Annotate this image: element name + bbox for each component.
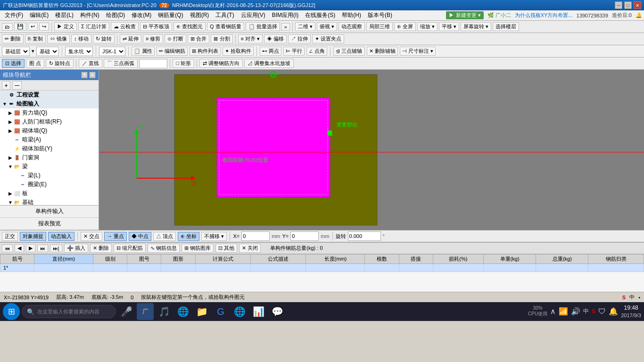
sidebar-item-foundation-group[interactable]: ▼ 📂 基础 <box>0 198 99 205</box>
sidebar-item-masonry-wall[interactable]: ▶ 🧱 砌体墙(Q) <box>0 126 99 135</box>
layer-sub-select[interactable]: 基础 <box>36 47 59 56</box>
prev-btn[interactable]: ◀ <box>15 244 24 252</box>
steel-table-wrap[interactable]: 筋号 直径(mm) 级别 图号 图形 计算公式 公式描述 长度(mm) 根数 搭… <box>0 254 644 292</box>
stretch-btn[interactable]: ↗ 拉伸 <box>288 34 311 43</box>
expand-hidden-beam[interactable] <box>8 137 13 143</box>
cell-total-wt[interactable] <box>536 264 588 272</box>
draw-input[interactable] <box>139 59 167 68</box>
component-type-select[interactable]: 集水坑 <box>65 47 93 56</box>
expand-beam-l[interactable] <box>13 173 19 179</box>
menu-component[interactable]: 构件(N) <box>77 10 102 20</box>
menu-edit[interactable]: 编辑(E) <box>27 10 51 20</box>
network-icon[interactable]: 📶 <box>559 307 568 316</box>
rect-tool-btn[interactable]: □ 矩形 <box>173 59 194 68</box>
expand-beam[interactable]: ▼ <box>8 164 13 170</box>
split-btn[interactable]: ⊠ 分割 <box>211 34 232 43</box>
taskbar-app-wechat[interactable]: 💬 <box>269 303 286 320</box>
menu-file[interactable]: 文件(F) <box>2 10 26 20</box>
rotate-point-btn[interactable]: ↻ 旋转点 <box>46 59 74 68</box>
single-component-btn[interactable]: 单构件输入 <box>0 206 99 218</box>
taskbar-app-cortana[interactable]: 🎤 <box>118 303 135 320</box>
2d-view-btn[interactable]: 二维 ▾ <box>295 22 315 31</box>
ime-icon[interactable]: 中 <box>583 307 589 315</box>
sogo-taskbar-icon[interactable]: S <box>592 308 595 315</box>
menu-cloud[interactable]: 云应用(V) <box>238 10 268 20</box>
last-btn[interactable]: ⏭ <box>37 245 48 252</box>
cell-diameter[interactable] <box>34 264 93 272</box>
why-label[interactable]: 为什么筏板XY方向布置... <box>515 12 573 19</box>
arc-tool-btn[interactable]: ⌒ 三点画弧 <box>104 59 138 68</box>
move-btn[interactable]: ↕ 移动 <box>71 34 91 43</box>
break-btn[interactable]: ⊙ 打断 <box>165 34 186 43</box>
volume-icon[interactable]: 🔊 <box>571 307 580 316</box>
menu-draw[interactable]: 绘图(D) <box>103 10 128 20</box>
two-point-btn[interactable]: ⊷ 两点 <box>260 47 281 56</box>
menu-tools[interactable]: 工具(T) <box>213 10 237 20</box>
taskbar-app-folder[interactable]: 📁 <box>193 303 210 320</box>
del-axis-btn[interactable]: ✕ 删除辅轴 <box>367 47 398 56</box>
orbit-btn[interactable]: 动态观察 <box>339 22 365 31</box>
sidebar-close-btn[interactable]: ✕ <box>89 72 96 78</box>
menu-version[interactable]: 版本号(B) <box>365 10 395 20</box>
comp-list-btn[interactable]: ⊞ 构件列表 <box>190 47 221 56</box>
menu-online[interactable]: 在线服务(S) <box>302 10 338 20</box>
grip-btn[interactable]: ✦ 设置夹点 <box>312 34 344 43</box>
cell-fig-no[interactable] <box>127 264 161 272</box>
trim-btn[interactable]: ≡ 修剪 <box>143 34 163 43</box>
sidebar-item-drawing[interactable]: ▼ ✏ 绘图输入 <box>0 99 99 108</box>
cell-unit-wt[interactable] <box>484 264 536 272</box>
save-btn[interactable]: 💾 <box>14 23 26 31</box>
dynamic-input-btn[interactable]: 动态输入 <box>48 232 74 241</box>
batch-select-btn[interactable]: 📋 批量选择 <box>246 22 280 31</box>
start-button[interactable]: ⊞ <box>3 303 20 320</box>
angle-btn[interactable]: ∠ 点角 <box>306 47 327 56</box>
new-change-btn[interactable]: ▶ 新建变更 ▾ <box>446 11 483 19</box>
taskbar-app-360[interactable]: 🌐 <box>231 303 248 320</box>
adjust-slope-btn[interactable]: ⊿ 调整集水坑放坡 <box>244 59 294 68</box>
expand-door[interactable]: ▶ <box>8 155 13 161</box>
sidebar-item-door-window[interactable]: ▶ 🚪 门窗洞 <box>0 153 99 162</box>
expand-masonry[interactable]: ▶ <box>8 128 13 134</box>
cell-count[interactable] <box>365 264 399 272</box>
select-floor-btn[interactable]: 选择楼层 <box>493 22 519 31</box>
notification-icon[interactable]: 🔔 <box>609 307 618 316</box>
undo-btn[interactable]: ↩ <box>28 23 38 31</box>
sidebar-float-btn[interactable]: 🖈 <box>81 72 88 78</box>
snap-midpoint-btn[interactable]: ◆ 中点 <box>129 232 151 241</box>
cell-shape[interactable] <box>161 264 195 272</box>
menu-help[interactable]: 帮助(H) <box>339 10 364 20</box>
menu-modify[interactable]: 修改(M) <box>129 10 154 20</box>
report-preview-btn[interactable]: 报表预览 <box>0 218 99 230</box>
menu-qty[interactable]: 钢筋量(Q) <box>155 10 186 20</box>
close-button[interactable]: ✕ <box>634 1 641 9</box>
expand-foundation[interactable]: ▼ <box>8 200 13 206</box>
sidebar-add-btn[interactable]: + <box>2 81 10 90</box>
del-row-btn[interactable]: ✕ 删除 <box>90 244 112 253</box>
taskbar-app-ie[interactable]: 🌐 <box>174 303 191 320</box>
prop-btn[interactable]: 📋 属性 <box>132 47 155 56</box>
open-file-btn[interactable]: 🗁 <box>2 23 13 31</box>
close-table-btn[interactable]: ✕ 关闭 <box>239 244 261 253</box>
find-element-btn[interactable]: ⊕ 查找图元 <box>173 22 206 31</box>
expand-ring-beam[interactable] <box>13 182 19 188</box>
cell-formula[interactable] <box>195 264 250 272</box>
offset-btn[interactable]: ◈ 偏移 <box>264 34 287 43</box>
expand-drawing[interactable]: ▼ <box>2 101 8 107</box>
cell-rebar-no[interactable]: 1* <box>0 264 34 272</box>
minimize-button[interactable]: ─ <box>615 1 622 9</box>
sidebar-item-slab[interactable]: ▶ ⬜ 板 <box>0 189 99 198</box>
fullscreen-btn[interactable]: ⊕ 全屏 <box>394 22 416 31</box>
expand-shear[interactable]: ▶ <box>8 110 13 116</box>
x-coord-input[interactable] <box>241 231 270 241</box>
clock[interactable]: 19:48 2017/9/3 <box>621 304 641 319</box>
antivirus-icon[interactable]: 🛡 <box>598 307 606 316</box>
taskbar-app-unknown[interactable]: 📊 <box>250 303 267 320</box>
sidebar-item-beam-l[interactable]: ━ 梁(L) <box>0 171 99 180</box>
last2-btn[interactable]: ⏭| <box>50 245 62 252</box>
sidebar-item-shear-wall[interactable]: ▶ 🧱 剪力墙(Q) <box>0 108 99 117</box>
menu-floor[interactable]: 楼层(L) <box>52 10 76 20</box>
cell-lap[interactable] <box>399 264 433 272</box>
calc-btn[interactable]: Σ 汇总计算 <box>78 22 109 31</box>
merge-btn[interactable]: ⊞ 合并 <box>188 34 209 43</box>
table-row[interactable]: 1* <box>0 264 644 272</box>
